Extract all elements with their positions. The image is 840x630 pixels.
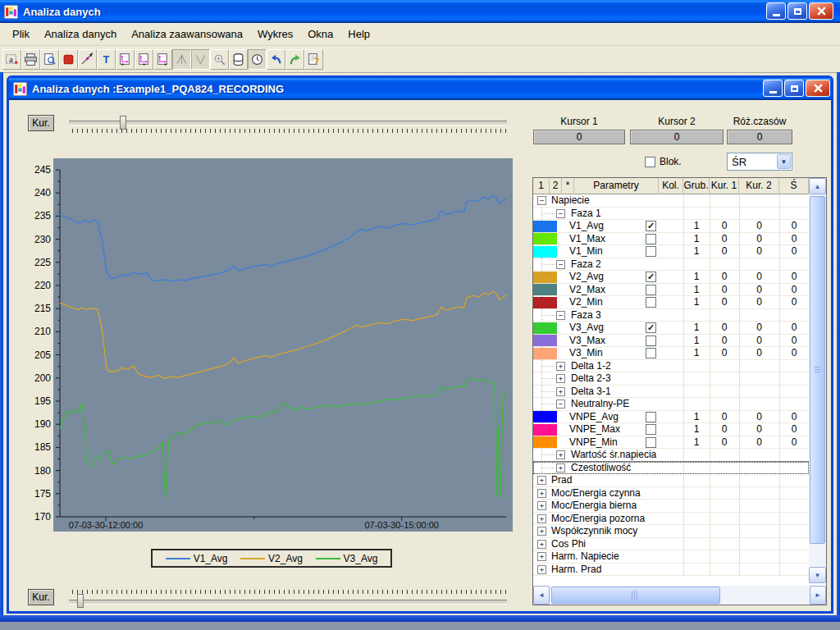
toolbar-axis-page-left-icon[interactable] bbox=[116, 49, 135, 70]
expand-icon[interactable]: + bbox=[556, 450, 565, 459]
inner-close-button[interactable] bbox=[806, 80, 830, 97]
scroll-up-button[interactable]: ▲ bbox=[809, 178, 826, 194]
expand-icon[interactable]: + bbox=[556, 362, 565, 371]
color-swatch-vnpe-min[interactable] bbox=[533, 436, 557, 448]
scroll-down-button[interactable]: ▼ bbox=[809, 567, 826, 583]
expand-icon[interactable]: + bbox=[556, 374, 565, 383]
expand-icon[interactable]: + bbox=[537, 527, 546, 536]
menu-item-okna[interactable]: Okna bbox=[300, 25, 340, 43]
color-swatch-v1-max[interactable] bbox=[533, 233, 557, 244]
tree-row-napiecie[interactable]: −Napiecie bbox=[533, 194, 809, 208]
minimize-button[interactable] bbox=[766, 2, 786, 20]
toolbar-clock-icon[interactable] bbox=[248, 49, 267, 70]
col-header-kol[interactable]: Kol. bbox=[659, 178, 683, 194]
vertical-scrollbar-thumb[interactable] bbox=[810, 196, 825, 544]
expand-icon[interactable]: + bbox=[537, 565, 546, 574]
cursor-bottom-button[interactable]: Kur. bbox=[28, 589, 54, 605]
toolbar-label-tool-icon[interactable]: a bbox=[2, 49, 21, 70]
col-header-kur-2[interactable]: Kur. 2 bbox=[739, 178, 779, 194]
tree-row-moc-energia-bierna[interactable]: +Moc/Energia bierna bbox=[533, 500, 809, 513]
col-header-kur-1[interactable]: Kur. 1 bbox=[710, 178, 739, 194]
row-checkbox-v1-avg[interactable]: ✓ bbox=[646, 221, 656, 231]
toolbar-peak-marks-icon[interactable] bbox=[172, 49, 191, 70]
row-checkbox-vnpe-min[interactable] bbox=[646, 437, 656, 448]
collapse-icon[interactable]: − bbox=[556, 311, 565, 320]
color-swatch-v1-avg[interactable] bbox=[533, 221, 557, 232]
tree-row-v1-min[interactable]: V1_Min1000 bbox=[533, 245, 809, 258]
expand-icon[interactable]: + bbox=[537, 489, 546, 498]
toolbar-print-preview-icon[interactable] bbox=[40, 49, 59, 70]
block-checkbox[interactable] bbox=[645, 157, 655, 167]
expand-icon[interactable]: + bbox=[537, 476, 546, 485]
tree-row-moc-energia-czynna[interactable]: +Moc/Energia czynna bbox=[533, 487, 809, 500]
cursor-bottom-slider-thumb[interactable] bbox=[77, 594, 84, 608]
tree-row-neutralny-pe[interactable]: −Neutralny-PE bbox=[533, 398, 809, 411]
tree-row-harm-prad[interactable]: +Harm. Prad bbox=[533, 564, 809, 577]
collapse-icon[interactable]: − bbox=[556, 209, 565, 218]
row-checkbox-v3-min[interactable] bbox=[646, 348, 656, 358]
color-swatch-v2-min[interactable] bbox=[533, 297, 557, 308]
toolbar-undo-icon[interactable] bbox=[267, 49, 285, 70]
toolbar-valley-marks-icon[interactable] bbox=[191, 49, 210, 70]
row-checkbox-v2-avg[interactable]: ✓ bbox=[646, 272, 656, 282]
toolbar-curve-tool-icon[interactable] bbox=[78, 49, 97, 70]
color-swatch-vnpe-avg[interactable] bbox=[533, 411, 557, 422]
toolbar-axis-page-mid-icon[interactable] bbox=[135, 49, 153, 70]
tree-row-faza-1[interactable]: −Faza 1 bbox=[533, 208, 809, 221]
menu-item-plik[interactable]: Plik bbox=[5, 25, 37, 43]
tree-row-v1-max[interactable]: V1_Max1000 bbox=[533, 233, 809, 246]
toolbar-record-icon[interactable] bbox=[59, 49, 78, 70]
tree-row-czestotliwo[interactable]: +Czestotliwość bbox=[533, 462, 809, 475]
tree-row-v2-max[interactable]: V2_Max1000 bbox=[533, 284, 809, 297]
scroll-right-button[interactable]: ► bbox=[810, 586, 826, 605]
col-header-[interactable]: * bbox=[562, 178, 574, 194]
tree-row-harm-napiecie[interactable]: +Harm. Napiecie bbox=[533, 550, 809, 564]
color-swatch-v2-avg[interactable] bbox=[533, 272, 557, 283]
toolbar-redo-icon[interactable] bbox=[285, 49, 304, 70]
col-header-parametry[interactable]: Parametry bbox=[574, 178, 659, 194]
tree-row-vnpe-avg[interactable]: VNPE_Avg1000 bbox=[533, 411, 809, 424]
tree-row-vnpe-min[interactable]: VNPE_Min1000 bbox=[533, 436, 809, 450]
row-checkbox-v1-max[interactable] bbox=[646, 234, 656, 244]
mode-dropdown[interactable]: ŚR ▼ bbox=[727, 153, 792, 171]
toolbar-text-tool-icon[interactable]: T bbox=[97, 49, 116, 70]
col-header-[interactable]: Ś bbox=[779, 178, 809, 194]
row-checkbox-v2-min[interactable] bbox=[646, 297, 656, 308]
tree-row-v2-avg[interactable]: V2_Avg✓1000 bbox=[533, 271, 809, 284]
tree-row-faza-3[interactable]: −Faza 3 bbox=[533, 309, 809, 322]
inner-minimize-button[interactable] bbox=[763, 80, 783, 97]
row-checkbox-v3-max[interactable] bbox=[646, 336, 656, 346]
tree-row-delta-2-3[interactable]: +Delta 2-3 bbox=[533, 372, 809, 386]
tree-row-v2-min[interactable]: V2_Min1000 bbox=[533, 296, 809, 309]
collapse-icon[interactable]: − bbox=[537, 196, 546, 205]
col-header-grub[interactable]: Grub. bbox=[683, 178, 710, 194]
color-swatch-v3-avg[interactable] bbox=[533, 322, 557, 334]
tree-row-v1-avg[interactable]: V1_Avg✓1000 bbox=[533, 220, 809, 233]
tree-row-v3-avg[interactable]: V3_Avg✓1000 bbox=[533, 322, 809, 335]
row-checkbox-v3-avg[interactable]: ✓ bbox=[646, 322, 656, 333]
maximize-button[interactable] bbox=[788, 2, 807, 20]
chart-plot-area[interactable]: 07-03-30-12:00:0007-03-30-15:00:00 bbox=[53, 158, 513, 532]
menu-item-analiza-danych[interactable]: Analiza danych bbox=[37, 25, 124, 43]
tree-row-v3-min[interactable]: V3_Min1000 bbox=[533, 347, 809, 360]
color-swatch-v1-min[interactable] bbox=[533, 246, 557, 258]
cursor-bottom-slider[interactable] bbox=[69, 600, 507, 605]
row-checkbox-v1-min[interactable] bbox=[646, 246, 656, 257]
tree-row-v3-max[interactable]: V3_Max1000 bbox=[533, 335, 809, 348]
color-swatch-vnpe-max[interactable] bbox=[533, 424, 557, 436]
scroll-left-button[interactable]: ◄ bbox=[533, 586, 550, 605]
cursor-top-slider[interactable] bbox=[69, 121, 507, 126]
toolbar-help-icon[interactable]: ? bbox=[304, 49, 323, 70]
tree-row-cos-phi[interactable]: +Cos Phi bbox=[533, 538, 809, 551]
menu-item-wykres[interactable]: Wykres bbox=[250, 25, 300, 43]
expand-icon[interactable]: + bbox=[556, 463, 565, 472]
tree-row-moc-energia-pozorna[interactable]: +Moc/Energia pozorna bbox=[533, 513, 809, 526]
close-button[interactable] bbox=[809, 2, 833, 20]
row-checkbox-vnpe-max[interactable] bbox=[646, 424, 656, 435]
horizontal-scrollbar-thumb[interactable] bbox=[551, 587, 720, 604]
expand-icon[interactable]: + bbox=[556, 387, 565, 396]
tree-row-delta-1-2[interactable]: +Delta 1-2 bbox=[533, 360, 809, 373]
chevron-down-icon[interactable]: ▼ bbox=[777, 154, 791, 169]
collapse-icon[interactable]: − bbox=[556, 260, 565, 269]
tree-row-wsp-czynnik-mocy[interactable]: +Współczynnik mocy bbox=[533, 525, 809, 538]
